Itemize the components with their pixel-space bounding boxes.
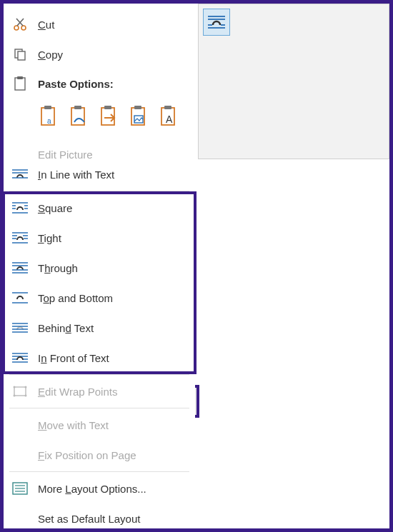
submenu-set-default[interactable]: Set as Default Layout <box>4 503 195 532</box>
svg-rect-19 <box>164 106 171 109</box>
paste-options-label: Paste Options: <box>38 78 114 90</box>
submenu-label: Fix Position on Page <box>38 449 136 461</box>
svg-point-80 <box>14 395 16 397</box>
paste-options-row: a A <box>4 98 198 139</box>
divider <box>9 471 189 472</box>
svg-rect-16 <box>134 106 141 109</box>
svg-point-1 <box>21 26 26 30</box>
menu-paste-options: Paste Options: <box>4 69 198 98</box>
paste-merge-icon[interactable] <box>68 102 92 131</box>
paste-link-icon[interactable] <box>98 102 122 131</box>
paste-icon <box>11 76 29 91</box>
paste-text-only-icon[interactable]: A <box>158 102 182 131</box>
submenu-label: Set as Default Layout <box>38 513 140 525</box>
submenu-label: Edit Wrap Points <box>38 386 117 398</box>
submenu-behind[interactable]: Behind Text <box>4 313 195 343</box>
wrap-text-submenu: In Line with Text Square Tight Through <box>4 159 195 532</box>
submenu-label: Square <box>38 202 72 214</box>
svg-point-0 <box>14 26 19 30</box>
svg-rect-17 <box>134 116 143 123</box>
submenu-square[interactable]: Square <box>4 193 195 223</box>
more-layout-icon <box>11 481 29 496</box>
divider <box>9 374 189 375</box>
submenu-label: Top and Bottom <box>38 292 113 304</box>
submenu-label: Move with Text <box>38 419 109 431</box>
cut-icon <box>11 16 29 32</box>
svg-rect-14 <box>104 106 111 109</box>
menu-copy[interactable]: Copy <box>4 39 198 69</box>
divider <box>9 191 189 191</box>
square-icon <box>11 200 29 216</box>
submenu-more-layout[interactable]: More Layout Options... <box>4 473 195 503</box>
svg-point-81 <box>25 395 27 397</box>
menu-cut[interactable]: CuCutt <box>4 9 198 39</box>
copy-icon <box>11 46 29 62</box>
svg-point-79 <box>25 386 27 388</box>
menu-label: Edit Picture <box>38 149 93 161</box>
paste-picture-icon[interactable] <box>128 102 152 131</box>
svg-rect-11 <box>71 108 84 125</box>
submenu-fix-position: Fix Position on Page <box>4 440 195 470</box>
svg-rect-6 <box>15 78 25 90</box>
tight-icon <box>11 230 29 246</box>
submenu-label: Behind Text <box>38 322 94 334</box>
inline-icon <box>11 166 29 182</box>
svg-rect-5 <box>18 51 25 60</box>
submenu-tight[interactable]: Tight <box>4 223 195 253</box>
submenu-label: In Front of Text <box>38 352 109 364</box>
layout-options-button[interactable] <box>203 9 230 36</box>
submenu-in-line[interactable]: In Line with Text <box>4 159 195 189</box>
submenu-top-bottom[interactable]: Top and Bottom <box>4 283 195 313</box>
submenu-label: More Layout Options... <box>38 483 146 495</box>
svg-rect-7 <box>17 76 23 79</box>
divider <box>9 408 189 408</box>
svg-rect-12 <box>74 106 81 109</box>
submenu-through[interactable]: Through <box>4 253 195 283</box>
through-icon <box>11 260 29 276</box>
menu-label: CuCutt <box>38 19 54 31</box>
submenu-in-front[interactable]: In Front of Text <box>4 343 195 373</box>
submenu-label: Through <box>38 262 78 274</box>
submenu-label: Tight <box>38 232 61 244</box>
behind-text-icon <box>11 320 29 336</box>
submenu-label: In Line with Text <box>38 169 114 181</box>
svg-rect-9 <box>44 106 51 109</box>
top-bottom-icon <box>11 290 29 306</box>
edit-wrap-points-icon <box>11 383 29 399</box>
wrap-text-icon <box>207 15 226 29</box>
menu-label: Copy <box>38 49 63 61</box>
svg-text:A: A <box>166 114 173 125</box>
front-text-icon <box>11 350 29 366</box>
submenu-move-with-text: Move with Text <box>4 410 195 440</box>
paste-keep-source-icon[interactable]: a <box>38 102 62 131</box>
svg-rect-77 <box>14 387 26 396</box>
svg-point-78 <box>14 386 16 388</box>
wrap-options-group: Square Tight Through Top and Bottom Behi <box>4 193 195 373</box>
submenu-edit-wrap-points: Edit Wrap Points <box>4 376 195 406</box>
layout-options-flyout <box>198 4 389 159</box>
svg-text:a: a <box>47 117 51 125</box>
